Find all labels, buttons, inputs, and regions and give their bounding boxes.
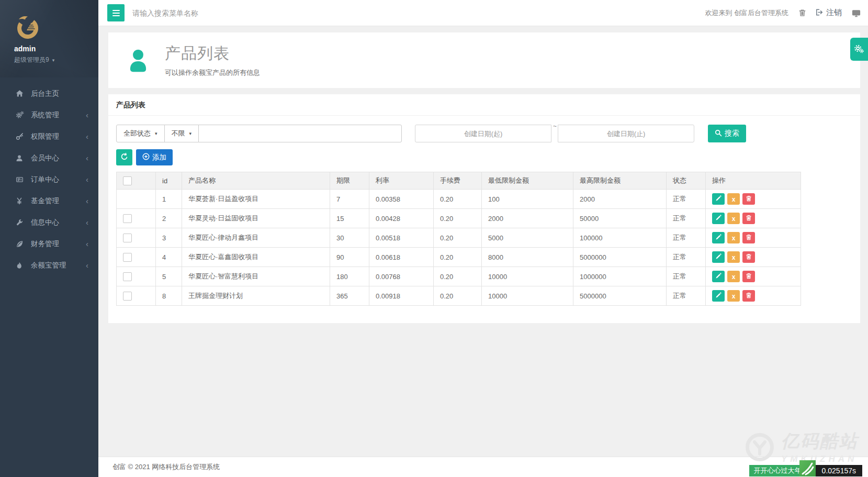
delete-button[interactable] xyxy=(742,271,755,282)
page-subtitle: 可以操作余额宝产品的所有信息 xyxy=(165,68,260,77)
gears-icon xyxy=(16,111,25,119)
column-header: id xyxy=(156,172,182,190)
cell-max: 5000000 xyxy=(573,286,667,306)
sidebar-item-label: 财务管理 xyxy=(31,239,86,249)
pencil-icon xyxy=(715,292,722,300)
content-area: 产品列表 可以操作余额宝产品的所有信息 产品列表 全部状态 ▾ xyxy=(98,26,868,457)
keyword-input[interactable] xyxy=(198,125,402,142)
close-button[interactable]: x xyxy=(727,290,740,302)
add-button[interactable]: 添加 xyxy=(136,149,173,165)
close-button[interactable]: x xyxy=(727,251,740,263)
limit-dropdown[interactable]: 不限 ▾ xyxy=(164,125,199,142)
status-dropdown[interactable]: 全部状态 ▾ xyxy=(116,125,165,142)
cell-status: 正常 xyxy=(667,267,706,286)
edit-button[interactable] xyxy=(712,193,725,205)
cell-status: 正常 xyxy=(667,228,706,248)
date-end-input[interactable] xyxy=(558,125,694,142)
sidebar-item-system[interactable]: 系统管理‹ xyxy=(0,104,98,126)
menu-search-input[interactable] xyxy=(131,8,257,18)
refresh-button[interactable] xyxy=(116,149,132,165)
caret-down-icon: ▾ xyxy=(52,58,55,63)
row-checkbox[interactable] xyxy=(123,272,132,281)
promo-image-icon[interactable] xyxy=(799,460,816,476)
row-checkbox[interactable] xyxy=(123,214,132,223)
close-button[interactable]: x xyxy=(727,271,740,282)
sidebar-menu: 后台主页系统管理‹权限管理‹会员中心‹订单中心‹基金管理‹信息中心‹财务管理‹余… xyxy=(0,77,98,276)
add-button-label: 添加 xyxy=(152,153,166,162)
action-buttons-row: 添加 xyxy=(116,149,852,165)
logout-button[interactable]: 注销 xyxy=(815,8,842,18)
delete-button[interactable] xyxy=(742,232,755,243)
column-header: 最低限制金额 xyxy=(482,172,573,190)
sidebar-role-dropdown[interactable]: 超级管理员9 ▾ xyxy=(14,56,98,64)
person-icon xyxy=(123,47,153,74)
table-row: 4华夏匠心·嘉鑫固收项目900.006180.2080005000000正常x xyxy=(117,248,801,267)
edit-button[interactable] xyxy=(712,251,725,263)
sidebar-item-permission[interactable]: 权限管理‹ xyxy=(0,126,98,147)
column-header: 产品名称 xyxy=(182,172,330,190)
cell-min: 10000 xyxy=(482,267,573,286)
row-checkbox[interactable] xyxy=(123,292,132,301)
sidebar: admin 超级管理员9 ▾ 后台主页系统管理‹权限管理‹会员中心‹订单中心‹基… xyxy=(0,0,98,477)
delete-button[interactable] xyxy=(742,290,755,302)
filter-row: 全部状态 ▾ 不限 ▾ ~ xyxy=(116,125,852,142)
chevron-left-icon: ‹ xyxy=(86,132,88,140)
timing-badge: 0.025157s xyxy=(816,465,862,476)
row-actions-cell: x xyxy=(706,228,801,248)
date-start-input[interactable] xyxy=(415,125,551,142)
delete-button[interactable] xyxy=(742,193,755,205)
close-button[interactable]: x xyxy=(727,193,740,205)
cell-term: 30 xyxy=(330,228,369,248)
row-select-cell xyxy=(117,286,156,306)
clear-cache-trash-icon[interactable] xyxy=(798,9,806,17)
refresh-icon xyxy=(120,153,128,162)
search-button[interactable]: 搜索 xyxy=(708,125,746,142)
select-all-header-cell xyxy=(117,172,156,190)
edit-button[interactable] xyxy=(712,232,725,243)
sidebar-item-info[interactable]: 信息中心‹ xyxy=(0,212,98,233)
pencil-icon xyxy=(715,195,722,203)
sidebar-item-home[interactable]: 后台主页 xyxy=(0,83,98,104)
edit-button[interactable] xyxy=(712,290,725,302)
theme-settings-button[interactable] xyxy=(850,38,868,61)
close-button[interactable]: x xyxy=(727,213,740,224)
sidebar-item-order[interactable]: 订单中心‹ xyxy=(0,169,98,190)
cell-id: 3 xyxy=(156,228,182,248)
pencil-icon xyxy=(715,234,722,242)
x-icon: x xyxy=(732,195,736,203)
pencil-icon xyxy=(715,253,722,261)
chevron-left-icon: ‹ xyxy=(86,154,88,162)
sidebar-item-label: 后台主页 xyxy=(31,89,88,98)
delete-button[interactable] xyxy=(742,251,755,263)
promo-badge[interactable]: 开开心心过大年 开开 xyxy=(749,465,799,476)
sidebar-toggle-button[interactable] xyxy=(107,4,125,21)
sidebar-item-label: 权限管理 xyxy=(31,132,86,141)
row-checkbox[interactable] xyxy=(123,234,132,242)
sidebar-item-fund[interactable]: 基金管理‹ xyxy=(0,190,98,212)
row-actions-cell: x xyxy=(706,209,801,228)
row-checkbox[interactable] xyxy=(123,253,132,262)
sidebar-item-finance[interactable]: 财务管理‹ xyxy=(0,233,98,254)
sidebar-item-label: 会员中心 xyxy=(31,153,86,163)
column-header: 利率 xyxy=(369,172,434,190)
page-title: 产品列表 xyxy=(165,43,260,64)
select-all-checkbox[interactable] xyxy=(123,176,132,185)
row-select-cell xyxy=(117,248,156,267)
monitor-icon[interactable] xyxy=(852,9,861,17)
table-row: 5华夏匠心·智富慧利项目1800.007680.20100001000000正常… xyxy=(117,267,801,286)
row-select-cell xyxy=(117,228,156,248)
sidebar-username: admin xyxy=(14,45,98,53)
trash-icon xyxy=(746,195,752,203)
close-button[interactable]: x xyxy=(727,232,740,243)
cell-rate: 0.00518 xyxy=(369,228,434,248)
edit-button[interactable] xyxy=(712,213,725,224)
copyright-text: 创富 © 2021 网络科技后台管理系统 xyxy=(112,462,220,472)
delete-button[interactable] xyxy=(742,213,755,224)
sidebar-item-yuebao[interactable]: 余额宝管理‹ xyxy=(0,254,98,276)
trash-icon xyxy=(746,215,752,223)
wrench-icon xyxy=(16,219,25,226)
cell-id: 1 xyxy=(156,190,182,209)
edit-button[interactable] xyxy=(712,271,725,282)
sidebar-item-member[interactable]: 会员中心‹ xyxy=(0,147,98,169)
page-header-text: 产品列表 可以操作余额宝产品的所有信息 xyxy=(165,43,260,77)
